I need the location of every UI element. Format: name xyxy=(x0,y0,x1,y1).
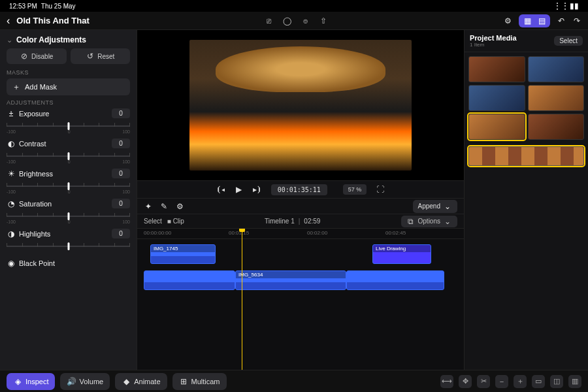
saturation-slider[interactable]: -1000100 xyxy=(7,210,130,222)
media-browser: Project Media 1 Item Select xyxy=(464,30,588,370)
exposure-value[interactable]: 0 xyxy=(112,108,130,118)
media-thumbnail[interactable] xyxy=(468,85,525,111)
pen-icon[interactable]: ✎ xyxy=(159,202,169,211)
inspect-icon: ◈ xyxy=(13,377,22,386)
undo-icon[interactable]: ↶ xyxy=(557,16,566,25)
multicam-button[interactable]: ⊞ Multicam xyxy=(172,373,227,390)
fit-icon[interactable]: ⛶ xyxy=(376,185,385,194)
viewer[interactable] xyxy=(137,30,464,180)
media-subtitle: 1 Item xyxy=(470,42,517,48)
select-label: Select xyxy=(144,218,162,225)
saturation-icon: ◔ xyxy=(7,199,16,208)
media-thumbnail[interactable] xyxy=(468,56,525,82)
clip[interactable]: IMG_1745 xyxy=(150,244,216,264)
contrast-slider[interactable]: -1000100 xyxy=(7,150,130,162)
timeline-duration: 02:59 xyxy=(304,218,320,225)
media-select-button[interactable]: Select xyxy=(554,36,583,46)
viewer-frame xyxy=(189,40,412,171)
timecode-display[interactable]: 00:01:35:11 xyxy=(271,184,327,195)
chevron-down-icon: ⌄ xyxy=(443,217,452,226)
next-frame-button[interactable]: ▸⦘ xyxy=(253,185,262,194)
bottom-bar: ◈ Inspect 🔊 Volume ◆ Animate ⊞ Multicam … xyxy=(0,370,588,392)
clip[interactable] xyxy=(346,270,444,290)
inspect-button[interactable]: ◈ Inspect xyxy=(7,373,55,390)
media-thumbnail[interactable] xyxy=(528,114,585,140)
masks-section-label: MASKS xyxy=(7,69,130,76)
media-title: Project Media xyxy=(470,34,517,42)
record-icon[interactable]: ◯ xyxy=(282,16,291,25)
saturation-value[interactable]: 0 xyxy=(112,199,130,208)
animate-button[interactable]: ◆ Animate xyxy=(115,373,167,390)
media-thumbnail[interactable] xyxy=(468,114,525,140)
title-clip[interactable]: Live Drawing xyxy=(372,244,431,264)
trim-tool[interactable]: ⟷ xyxy=(440,375,453,388)
zoom-out-button[interactable]: − xyxy=(495,375,508,388)
highlights-slider[interactable] xyxy=(7,240,130,252)
brightness-slider[interactable]: -1000100 xyxy=(7,180,130,192)
brightness-value[interactable]: 0 xyxy=(112,169,130,178)
wifi-icon: ⋮⋮ xyxy=(557,1,566,10)
library-icon: ▤ xyxy=(537,16,546,25)
gear-icon[interactable]: ⚙ xyxy=(175,202,184,211)
adjustment-contrast: ◐Contrast 0 -1000100 xyxy=(7,139,130,162)
media-thumbnail[interactable] xyxy=(528,85,585,111)
status-date: Thu 25 May xyxy=(41,3,76,10)
redo-icon[interactable]: ↷ xyxy=(572,16,581,25)
panel-title: Color Adjustments xyxy=(16,35,86,44)
share-icon[interactable]: ⇧ xyxy=(319,16,328,25)
timeline-header: Select ■ Clip Timeline 1 | 02:59 ⧉ Optio… xyxy=(137,214,464,229)
brightness-icon: ☀ xyxy=(7,169,16,178)
settings-icon[interactable]: ⚙ xyxy=(503,16,512,25)
camera-icon[interactable]: ⎚ xyxy=(264,16,273,25)
multicam-icon: ⊞ xyxy=(179,377,188,386)
timeline-options-button[interactable]: ⧉ Options ⌄ xyxy=(401,216,457,227)
contrast-icon: ◐ xyxy=(7,139,16,148)
position-tool[interactable]: ✥ xyxy=(459,375,472,388)
media-thumbnail[interactable] xyxy=(528,56,585,82)
viewer-zoom[interactable]: 57 % xyxy=(343,184,367,195)
adjustment-blackpoint: ◉Black Point xyxy=(7,259,130,268)
keyframe-icon: ◆ xyxy=(122,377,131,386)
timeline-ruler[interactable]: 00:00:00:00 00:01:15 00:02:00 00:02:45 xyxy=(137,229,464,239)
back-button[interactable]: ‹ xyxy=(7,15,10,27)
chevron-down-icon[interactable]: ⌄ xyxy=(7,36,12,44)
battery-icon: ▮▮ xyxy=(570,1,579,10)
prev-frame-button[interactable]: ⦗◂ xyxy=(216,185,225,194)
link-icon: ⧉ xyxy=(406,217,416,226)
project-title: Old This And That xyxy=(16,16,89,25)
filmstrip-icon: ▦ xyxy=(523,16,532,25)
status-time: 12:53 PM xyxy=(9,3,37,10)
timeline-name: Timeline 1 xyxy=(265,218,295,225)
layout-c-button[interactable]: ▥ xyxy=(568,375,581,388)
blade-tool[interactable]: ✂ xyxy=(477,375,490,388)
clip[interactable]: IMG_5634 xyxy=(235,270,346,290)
exposure-icon: ± xyxy=(7,109,16,118)
chevron-down-icon: ⌄ xyxy=(443,202,452,211)
volume-button[interactable]: 🔊 Volume xyxy=(60,373,110,390)
zoom-in-button[interactable]: ＋ xyxy=(514,375,527,388)
timeline[interactable]: 00:00:00:00 00:01:15 00:02:00 00:02:45 I… xyxy=(137,229,464,370)
wand-icon[interactable]: ✦ xyxy=(144,202,153,211)
disable-icon: ⊘ xyxy=(20,52,29,61)
voiceover-icon[interactable]: ⌾ xyxy=(301,16,310,25)
reset-button[interactable]: ↺ Reset xyxy=(71,48,131,64)
center-pane: ⦗◂ ▶ ▸⦘ 00:01:35:11 57 % ⛶ ✦ ✎ ⚙ Append … xyxy=(137,30,464,370)
exposure-slider[interactable]: -1000100 xyxy=(7,120,130,132)
contrast-value[interactable]: 0 xyxy=(112,139,130,148)
layout-a-button[interactable]: ▭ xyxy=(532,375,545,388)
highlights-value[interactable]: 0 xyxy=(112,229,130,238)
status-bar: 12:53 PM Thu 25 May ⋮⋮ ▮▮ xyxy=(0,0,588,12)
add-mask-button[interactable]: ＋ Add Mask xyxy=(7,78,130,95)
disable-button[interactable]: ⊘ Disable xyxy=(7,48,67,64)
reset-icon: ↺ xyxy=(86,52,95,61)
append-button[interactable]: Append ⌄ xyxy=(413,200,457,213)
play-button[interactable]: ▶ xyxy=(235,185,244,194)
plus-icon: ＋ xyxy=(12,82,21,91)
blackpoint-icon: ◉ xyxy=(7,259,16,268)
layout-b-button[interactable]: ◫ xyxy=(550,375,563,388)
playhead[interactable] xyxy=(242,229,242,370)
browser-mode-toggle[interactable]: ▦ ▤ xyxy=(519,14,550,27)
clip[interactable] xyxy=(144,270,235,290)
adjustment-saturation: ◔Saturation 0 -1000100 xyxy=(7,199,130,222)
media-filmstrip[interactable] xyxy=(468,146,584,166)
